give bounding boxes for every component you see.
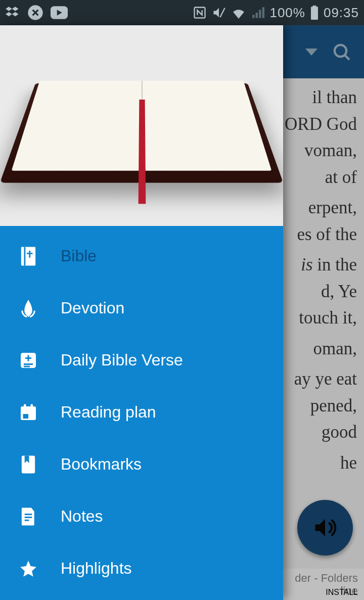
menu-item-bookmarks[interactable]: Bookmarks (0, 438, 283, 490)
svg-rect-16 (31, 404, 33, 408)
calendar-icon (18, 403, 38, 422)
menu-label: Devotion (61, 299, 124, 317)
nav-drawer: Bible Devotion Daily Bible Verse Reading… (0, 25, 283, 600)
close-circle-icon (27, 5, 43, 21)
clock-time: 09:35 (324, 5, 359, 21)
svg-rect-15 (24, 404, 26, 408)
menu-label: Daily Bible Verse (61, 351, 183, 370)
menu-item-devotion[interactable]: Devotion (0, 282, 283, 334)
dropbox-icon (5, 5, 20, 20)
note-icon (18, 507, 38, 526)
menu-label: Bible (61, 247, 97, 265)
menu-item-bible[interactable]: Bible (0, 230, 283, 282)
status-left-icons (5, 5, 68, 21)
svg-line-3 (220, 8, 225, 18)
status-bar: 100% 09:35 (0, 0, 364, 25)
menu-label: Notes (61, 507, 103, 526)
drawer-header-image (0, 25, 283, 226)
menu-item-reading-plan[interactable]: Reading plan (0, 386, 283, 438)
status-right-icons: 100% 09:35 (193, 5, 359, 21)
menu-label: Highlights (61, 559, 132, 578)
menu-item-daily-verse[interactable]: Daily Bible Verse (0, 334, 283, 386)
svg-rect-4 (311, 7, 318, 20)
wifi-icon (231, 7, 246, 19)
bookmark-icon (18, 455, 38, 474)
battery-icon (310, 6, 318, 20)
battery-percent: 100% (269, 5, 305, 21)
mute-icon (212, 6, 226, 20)
open-bible-illustration (20, 50, 263, 202)
svg-rect-9 (24, 247, 26, 265)
nfc-icon (193, 6, 207, 20)
star-icon (18, 559, 38, 578)
menu-label: Bookmarks (61, 455, 142, 474)
drawer-menu: Bible Devotion Daily Bible Verse Reading… (0, 226, 283, 600)
signal-icon (251, 6, 264, 19)
youtube-icon (51, 6, 68, 19)
bible-icon (18, 246, 38, 266)
menu-item-highlights[interactable]: Highlights (0, 542, 283, 594)
menu-label: Reading plan (61, 403, 156, 422)
svg-rect-8 (21, 247, 35, 265)
menu-item-notes[interactable]: Notes (0, 490, 283, 542)
hands-icon (18, 298, 38, 318)
svg-rect-14 (23, 414, 29, 419)
verse-icon (18, 351, 38, 370)
svg-rect-5 (312, 6, 316, 8)
